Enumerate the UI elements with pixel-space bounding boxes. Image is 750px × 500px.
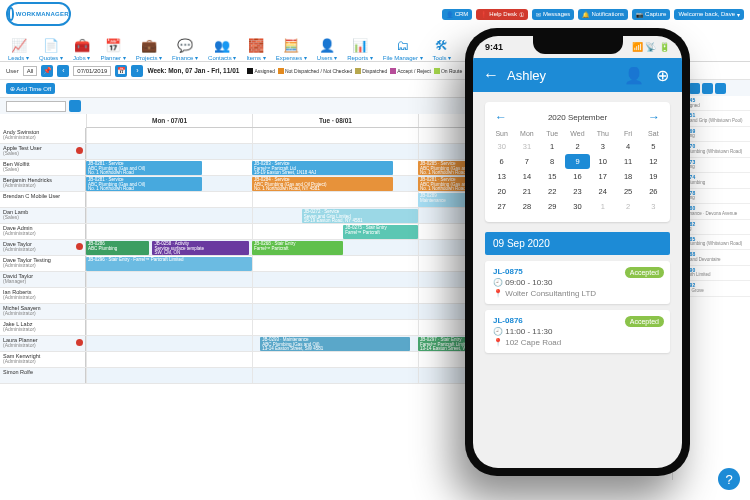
job-block[interactable]: JB-0281 · ServiceABC Plumbing (Gas and O… [86, 177, 202, 191]
user-row-label[interactable]: Ben Wolfitt(Sales) [0, 160, 86, 175]
app-logo[interactable]: WORKMANAGER [6, 2, 71, 26]
user-search-button[interactable] [69, 100, 81, 112]
crm-button[interactable]: 👤 CRM [442, 9, 473, 20]
planner-cell[interactable] [252, 304, 418, 319]
user-row-label[interactable]: Brendan C Mobile User [0, 192, 86, 207]
planner-cell[interactable] [86, 192, 252, 207]
planner-cell[interactable] [86, 352, 252, 367]
prev-month-button[interactable]: ← [495, 110, 507, 124]
nav-jobs[interactable]: 🧰Jobs ▾ [73, 38, 90, 61]
calendar-day[interactable]: 5 [641, 139, 666, 154]
calendar-day[interactable]: 31 [514, 139, 539, 154]
calendar-day[interactable]: 7 [514, 154, 539, 169]
job-block[interactable]: JB-0268 · Stair EntryFarrel™ Partcraft [252, 241, 343, 255]
nav-items[interactable]: 🧱Items ▾ [246, 38, 265, 61]
prev-week-button[interactable]: ‹ [57, 65, 69, 77]
helpdesk-button[interactable]: ❗ Help Desk ① [476, 9, 528, 20]
mobile-add-icon[interactable]: ⊕ [652, 65, 672, 85]
calendar-day[interactable]: 29 [540, 199, 565, 214]
calendar-day[interactable]: 22 [540, 184, 565, 199]
calendar-day[interactable]: 9 [565, 154, 590, 169]
notifications-button[interactable]: 🔔 Notifications [578, 9, 628, 20]
calendar-day[interactable]: 1 [540, 139, 565, 154]
user-filter-select[interactable]: All [23, 66, 38, 76]
planner-cell[interactable] [86, 128, 252, 143]
job-block[interactable]: JB-0296 · Stair Entry · Farrel™ Partcraf… [86, 257, 252, 271]
job-block[interactable]: JB-0283 · ServiceFarrel™ Partcraft Ltd18… [252, 161, 393, 175]
nav-finance[interactable]: 💬Finance ▾ [172, 38, 198, 61]
calendar-day[interactable]: 15 [540, 169, 565, 184]
planner-cell[interactable] [252, 320, 418, 335]
calendar-day[interactable]: 30 [489, 139, 514, 154]
planner-cell[interactable] [252, 288, 418, 303]
calendar-day[interactable]: 18 [615, 169, 640, 184]
capture-button[interactable]: 📷 Capture [632, 9, 670, 20]
user-row-label[interactable]: Dave Taylor(Administrator) [0, 240, 86, 255]
user-row-label[interactable]: Simon Rolfe [0, 368, 86, 383]
planner-cell[interactable] [252, 256, 418, 271]
planner-cell[interactable] [86, 304, 252, 319]
nav-reports[interactable]: 📊Reports ▾ [347, 38, 373, 61]
planner-cell[interactable] [252, 352, 418, 367]
calendar-day[interactable]: 30 [565, 199, 590, 214]
planner-cell[interactable] [86, 368, 252, 383]
sidebar-filter-search[interactable] [715, 83, 726, 94]
calendar-day[interactable]: 1 [590, 199, 615, 214]
calendar-day[interactable]: 26 [641, 184, 666, 199]
welcome-user[interactable]: Welcome back, Dave ▾ [674, 9, 744, 20]
user-row-label[interactable]: Laura Planner(Administrator) [0, 336, 86, 351]
user-row-label[interactable]: Sam Kenwright(Administrator) [0, 352, 86, 367]
nav-contacts[interactable]: 👥Contacts ▾ [208, 38, 236, 61]
calendar-day[interactable]: 17 [590, 169, 615, 184]
messages-button[interactable]: ✉ Messages [532, 9, 574, 20]
calendar-day[interactable]: 28 [514, 199, 539, 214]
nav-users[interactable]: 👤Users ▾ [317, 38, 337, 61]
planner-cell[interactable] [252, 128, 418, 143]
planner-cell[interactable] [86, 144, 252, 159]
calendar-day[interactable]: 24 [590, 184, 615, 199]
user-row-label[interactable]: Benjamin Hendricks(Administrator) [0, 176, 86, 191]
job-block[interactable]: JB-0258 · ActivityService surface templa… [152, 241, 248, 255]
planner-cell[interactable] [86, 336, 252, 351]
pin-icon[interactable]: 📌 [41, 65, 53, 77]
user-row-label[interactable]: Andy Swinston(Administrator) [0, 128, 86, 143]
help-bubble-button[interactable]: ? [718, 468, 740, 490]
next-month-button[interactable]: → [648, 110, 660, 124]
calendar-day[interactable]: 16 [565, 169, 590, 184]
calendar-day[interactable]: 20 [489, 184, 514, 199]
calendar-day[interactable]: 21 [514, 184, 539, 199]
calendar-day[interactable]: 27 [489, 199, 514, 214]
add-time-off-button[interactable]: ⊕ Add Time Off [6, 83, 55, 94]
calendar-icon[interactable]: 📅 [115, 65, 127, 77]
nav-projects[interactable]: 💼Projects ▾ [136, 38, 162, 61]
calendar-day[interactable]: 10 [590, 154, 615, 169]
calendar-day[interactable]: 19 [641, 169, 666, 184]
planner-cell[interactable] [86, 288, 252, 303]
job-block[interactable]: JB-0272 · ServiceSeven and Grip Limited1… [302, 209, 418, 223]
user-row-label[interactable]: Michel Saayem(Administrator) [0, 304, 86, 319]
appointment-card[interactable]: JL-0876🕘 11:00 - 11:30📍 102 Cape RoadAcc… [485, 310, 670, 353]
nav-quotes[interactable]: 📄Quotes ▾ [39, 38, 63, 61]
nav-expenses[interactable]: 🧮Expenses ▾ [276, 38, 307, 61]
calendar-day[interactable]: 25 [615, 184, 640, 199]
planner-cell[interactable] [252, 368, 418, 383]
planner-cell[interactable] [252, 144, 418, 159]
calendar-day[interactable]: 23 [565, 184, 590, 199]
job-block[interactable]: JB-0281 · ServiceABC Plumbing (Gas and O… [86, 161, 202, 175]
user-row-label[interactable]: David Taylor(Manager) [0, 272, 86, 287]
calendar-day[interactable]: 14 [514, 169, 539, 184]
job-block[interactable]: JB-0293 · MaintenanceABC Plumbing (Gas a… [260, 337, 409, 351]
calendar-day[interactable]: 11 [615, 154, 640, 169]
job-block[interactable]: JB-0275 · Stair EntryFarrel™ Partcraft [343, 225, 418, 239]
user-row-label[interactable]: Ian Roberts(Administrator) [0, 288, 86, 303]
next-week-button[interactable]: › [131, 65, 143, 77]
user-row-label[interactable]: Dave Taylor Testing(Administrator) [0, 256, 86, 271]
appointment-card[interactable]: JL-0875🕘 09:00 - 10:30📍 Wolter Consultan… [485, 261, 670, 304]
planner-cell[interactable] [252, 192, 418, 207]
user-row-label[interactable]: Dan Lamb(Sales) [0, 208, 86, 223]
nav-leads[interactable]: 📈Leads ▾ [8, 38, 29, 61]
calendar-day[interactable]: 4 [615, 139, 640, 154]
calendar-day[interactable]: 12 [641, 154, 666, 169]
sidebar-filter-3[interactable] [702, 83, 713, 94]
nav-tools[interactable]: 🛠Tools ▾ [433, 38, 452, 61]
